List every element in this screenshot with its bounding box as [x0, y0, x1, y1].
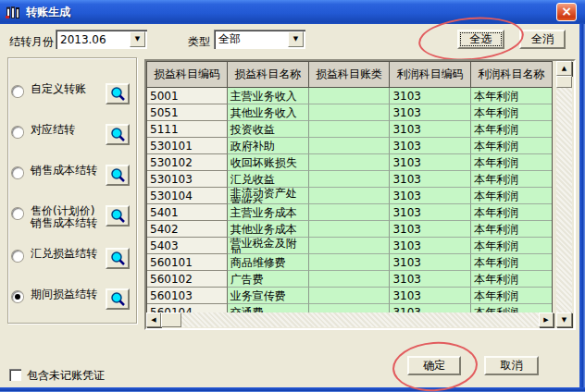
close-button[interactable]: × — [556, 3, 577, 21]
radio-button[interactable] — [12, 251, 23, 262]
magnifier-lookup-button[interactable] — [106, 124, 130, 145]
table-row[interactable]: 5001主营业务收入3103本年利润 — [147, 88, 552, 104]
transfer-type-option-label: 销售成本结转 — [31, 165, 105, 177]
column-header[interactable]: 利润科目名称 — [471, 62, 552, 88]
type-combobox[interactable]: 全部 ▼ — [214, 30, 305, 49]
table-cell: 3103 — [390, 154, 471, 171]
ok-button[interactable]: 确定 — [407, 356, 461, 375]
table-cell: 530103 — [147, 171, 228, 188]
table-row[interactable]: 5401主营业务成本3103本年利润 — [147, 204, 552, 221]
table-cell — [309, 204, 391, 221]
transfer-type-option[interactable]: 售价(计划价)销售成本结转 — [12, 205, 105, 229]
radio-button[interactable] — [12, 86, 23, 97]
transfer-type-option-label: 售价(计划价)销售成本结转 — [31, 205, 105, 229]
transfer-type-option[interactable]: 汇兑损益结转 — [12, 248, 105, 262]
table-row[interactable]: 530102收回坏账损失3103本年利润 — [147, 154, 552, 171]
table-cell: 560103 — [147, 288, 228, 304]
table-row[interactable]: 560103业务宣传费3103本年利润 — [147, 288, 552, 304]
table-row[interactable]: 5403营业税金及附加3103本年利润 — [147, 238, 552, 254]
magnifier-lookup-button[interactable] — [106, 205, 130, 227]
table-cell: 主营业务收入 — [228, 88, 309, 104]
table-cell: 本年利润 — [471, 171, 552, 188]
table-cell: 本年利润 — [471, 304, 552, 312]
table-cell: 3103 — [390, 171, 471, 188]
table-cell: 本年利润 — [471, 204, 552, 221]
table-row[interactable]: 5051其他业务收入3103本年利润 — [147, 104, 552, 121]
horizontal-scrollbar-thumb[interactable] — [161, 312, 181, 327]
table-cell: 3103 — [390, 304, 471, 312]
magnifier-lookup-button[interactable] — [106, 83, 130, 104]
table-row[interactable]: 560101商品维修费3103本年利润 — [147, 254, 552, 271]
scroll-right-icon[interactable]: ▶ — [539, 312, 554, 327]
include-unposted-checkbox[interactable] — [9, 369, 21, 381]
month-label: 结转月份 — [9, 34, 54, 50]
table-cell: 5402 — [147, 221, 228, 238]
table-cell — [309, 154, 391, 171]
column-header[interactable]: 损益科目账类 — [309, 62, 391, 88]
table-cell: 投资收益 — [228, 121, 309, 138]
table-cell: 3103 — [390, 271, 471, 288]
clear-all-button[interactable]: 全消 — [519, 30, 566, 49]
transfer-type-option-label: 汇兑损益结转 — [31, 248, 105, 260]
window-title: 转账生成 — [26, 5, 70, 20]
magnifier-lookup-button[interactable] — [106, 288, 130, 310]
month-combobox[interactable]: 2013.06 ▼ — [56, 30, 147, 49]
table-cell — [309, 238, 391, 254]
table-cell: 530104 — [147, 188, 228, 204]
transfer-type-option-label: 期间损益结转 — [31, 288, 105, 300]
magnifier-icon — [109, 86, 126, 103]
table-cell: 3103 — [390, 221, 471, 238]
table-row[interactable]: 530101政府补助3103本年利润 — [147, 138, 552, 154]
table-cell — [309, 104, 391, 121]
table-row[interactable]: 5402其他业务成本3103本年利润 — [147, 221, 552, 238]
table-cell: 530102 — [147, 154, 228, 171]
transfer-type-option-label: 对应结转 — [31, 124, 105, 136]
type-value: 全部 — [214, 31, 288, 47]
include-unposted-label: 包含未记账凭证 — [27, 368, 105, 384]
vertical-scrollbar-thumb[interactable] — [556, 76, 572, 88]
table-row[interactable]: 5111投资收益3103本年利润 — [147, 121, 552, 138]
table-cell — [309, 171, 391, 188]
table-header-row: 损益科目编码损益科目名称损益科目账类利润科目编码利润科目名称 — [147, 62, 552, 88]
table-cell — [309, 288, 391, 304]
window-ledger-icon — [5, 4, 21, 20]
window-border-bottom — [0, 387, 585, 392]
table-row[interactable]: 530103汇兑收益3103本年利润 — [147, 171, 552, 188]
table-cell: 本年利润 — [471, 154, 552, 171]
magnifier-icon — [109, 291, 126, 308]
table-cell: 5403 — [147, 238, 228, 254]
radio-button-selected[interactable] — [12, 291, 23, 302]
type-dropdown-arrow-icon[interactable]: ▼ — [288, 31, 304, 47]
radio-button[interactable] — [12, 208, 23, 219]
table-row[interactable]: 560104交通费3103本年利润 — [147, 304, 552, 312]
scroll-left-icon[interactable]: ◀ — [146, 312, 161, 327]
table-row[interactable]: 530104非流动资产处置收益3103本年利润 — [147, 188, 552, 204]
magnifier-icon — [109, 167, 126, 184]
transfer-type-option[interactable]: 期间损益结转 — [12, 288, 105, 302]
transfer-type-option[interactable]: 销售成本结转 — [12, 165, 105, 178]
select-all-button[interactable]: 全选 — [457, 30, 504, 49]
magnifier-lookup-button[interactable] — [106, 248, 130, 269]
table-cell: 本年利润 — [471, 188, 552, 204]
table-cell: 营业税金及附加 — [228, 238, 309, 254]
transfer-type-option[interactable]: 自定义转账 — [12, 83, 105, 97]
column-header[interactable]: 利润科目编码 — [390, 62, 471, 88]
table-cell: 本年利润 — [471, 288, 552, 304]
column-header[interactable]: 损益科目编码 — [147, 62, 228, 88]
scroll-up-icon[interactable]: ▲ — [556, 61, 572, 76]
table-cell: 5001 — [147, 88, 228, 104]
month-value: 2013.06 — [56, 33, 130, 46]
magnifier-lookup-button[interactable] — [106, 165, 130, 186]
month-dropdown-arrow-icon[interactable]: ▼ — [130, 31, 145, 47]
cancel-button[interactable]: 取消 — [484, 356, 539, 375]
table-cell: 业务宣传费 — [228, 288, 309, 304]
scroll-down-icon[interactable]: ▼ — [556, 312, 572, 327]
titlebar[interactable]: 转账生成 × — [0, 0, 585, 24]
column-header[interactable]: 损益科目名称 — [228, 62, 309, 88]
radio-button[interactable] — [12, 167, 23, 178]
radio-button[interactable] — [12, 127, 23, 138]
horizontal-scrollbar[interactable]: ◀ ▶ — [146, 312, 554, 327]
vertical-scrollbar[interactable]: ▲ ▼ — [556, 61, 572, 327]
table-row[interactable]: 560102广告费3103本年利润 — [147, 271, 552, 288]
transfer-type-option[interactable]: 对应结转 — [12, 124, 105, 138]
